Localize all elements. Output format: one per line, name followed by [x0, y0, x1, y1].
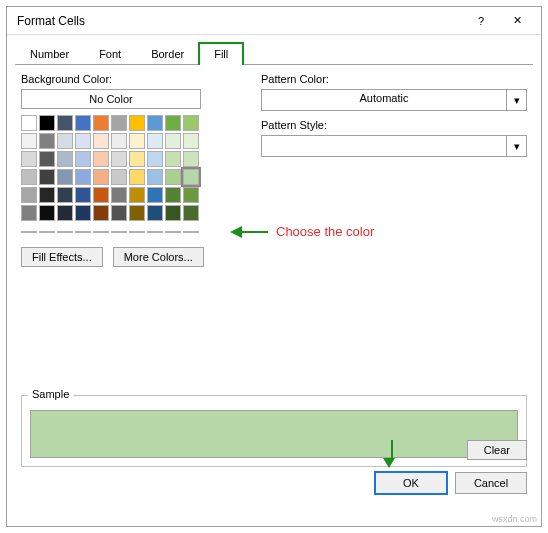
color-swatch[interactable]: [165, 115, 181, 131]
ok-button[interactable]: OK: [375, 472, 447, 494]
sample-preview: [30, 410, 518, 458]
color-swatch[interactable]: [57, 169, 73, 185]
color-swatch[interactable]: [111, 133, 127, 149]
close-button[interactable]: ✕: [499, 8, 535, 34]
tab-fill[interactable]: Fill: [199, 43, 243, 64]
color-swatch[interactable]: [183, 115, 199, 131]
sample-label: Sample: [28, 388, 73, 400]
help-icon: ?: [478, 15, 484, 27]
color-swatch[interactable]: [21, 231, 37, 233]
color-swatch[interactable]: [57, 231, 73, 233]
color-swatch[interactable]: [147, 151, 163, 167]
color-swatch[interactable]: [93, 187, 109, 203]
color-swatch[interactable]: [57, 187, 73, 203]
color-swatch[interactable]: [165, 151, 181, 167]
color-swatch[interactable]: [165, 205, 181, 221]
color-swatch[interactable]: [93, 151, 109, 167]
color-swatch[interactable]: [129, 231, 145, 233]
no-color-button[interactable]: No Color: [21, 89, 201, 109]
annotation-ok-arrow: [388, 440, 395, 468]
color-swatch[interactable]: [147, 115, 163, 131]
color-swatch[interactable]: [165, 231, 181, 233]
color-swatch[interactable]: [147, 133, 163, 149]
color-swatch[interactable]: [129, 151, 145, 167]
color-swatch[interactable]: [57, 133, 73, 149]
cancel-button[interactable]: Cancel: [455, 472, 527, 494]
color-swatch[interactable]: [129, 133, 145, 149]
pattern-color-value: Automatic: [262, 90, 506, 110]
clear-button[interactable]: Clear: [467, 440, 527, 460]
color-swatch[interactable]: [183, 205, 199, 221]
color-swatch[interactable]: [21, 187, 37, 203]
color-swatch[interactable]: [57, 205, 73, 221]
pattern-color-combo[interactable]: Automatic ▾: [261, 89, 527, 111]
tab-border[interactable]: Border: [136, 43, 199, 64]
color-swatch[interactable]: [165, 187, 181, 203]
color-swatch[interactable]: [75, 187, 91, 203]
color-swatch[interactable]: [165, 133, 181, 149]
pattern-style-value: [262, 136, 506, 156]
chevron-down-icon: ▾: [506, 136, 526, 156]
color-swatch[interactable]: [21, 205, 37, 221]
color-swatch[interactable]: [147, 187, 163, 203]
color-swatch[interactable]: [39, 231, 55, 233]
color-swatch[interactable]: [75, 169, 91, 185]
color-swatch[interactable]: [21, 151, 37, 167]
pattern-style-label: Pattern Style:: [261, 119, 527, 131]
color-swatch[interactable]: [111, 205, 127, 221]
tab-number[interactable]: Number: [15, 43, 84, 64]
color-swatch[interactable]: [147, 205, 163, 221]
tab-font[interactable]: Font: [84, 43, 136, 64]
color-swatch[interactable]: [93, 115, 109, 131]
color-swatch[interactable]: [111, 231, 127, 233]
color-swatch[interactable]: [93, 231, 109, 233]
color-swatch[interactable]: [111, 187, 127, 203]
color-swatch[interactable]: [111, 169, 127, 185]
color-swatch[interactable]: [129, 187, 145, 203]
color-swatch[interactable]: [39, 115, 55, 131]
fill-effects-button[interactable]: Fill Effects...: [21, 247, 103, 267]
color-swatch[interactable]: [183, 151, 199, 167]
color-swatch[interactable]: [75, 151, 91, 167]
more-colors-button[interactable]: More Colors...: [113, 247, 204, 267]
color-swatch[interactable]: [183, 133, 199, 149]
pattern-style-combo[interactable]: ▾: [261, 135, 527, 157]
color-swatch[interactable]: [147, 231, 163, 233]
color-swatch[interactable]: [129, 205, 145, 221]
color-swatch[interactable]: [111, 151, 127, 167]
color-swatch[interactable]: [93, 133, 109, 149]
color-swatch[interactable]: [93, 205, 109, 221]
standard-color-row: [21, 231, 231, 233]
color-swatch[interactable]: [39, 205, 55, 221]
color-swatch[interactable]: [75, 133, 91, 149]
color-swatch[interactable]: [75, 205, 91, 221]
color-swatch[interactable]: [57, 151, 73, 167]
chevron-down-icon: ▾: [506, 90, 526, 110]
color-swatch[interactable]: [165, 169, 181, 185]
color-swatch[interactable]: [129, 169, 145, 185]
color-swatch[interactable]: [39, 169, 55, 185]
color-swatch[interactable]: [183, 169, 199, 185]
color-swatch[interactable]: [183, 187, 199, 203]
color-swatch[interactable]: [75, 231, 91, 233]
color-swatch[interactable]: [21, 115, 37, 131]
color-swatch[interactable]: [75, 115, 91, 131]
color-swatch[interactable]: [111, 115, 127, 131]
bg-color-label: Background Color:: [21, 73, 231, 85]
color-swatch[interactable]: [57, 115, 73, 131]
color-swatch[interactable]: [183, 231, 199, 233]
color-swatch[interactable]: [39, 133, 55, 149]
color-swatch[interactable]: [39, 151, 55, 167]
color-swatch[interactable]: [147, 169, 163, 185]
color-swatch[interactable]: [21, 133, 37, 149]
pattern-color-label: Pattern Color:: [261, 73, 527, 85]
color-swatch[interactable]: [129, 115, 145, 131]
watermark: wsxdn.com: [492, 514, 537, 524]
tab-strip: Number Font Border Fill: [7, 35, 541, 64]
format-cells-dialog: Format Cells ? ✕ Number Font Border Fill…: [6, 6, 542, 527]
color-swatch[interactable]: [21, 169, 37, 185]
help-button[interactable]: ?: [463, 8, 499, 34]
color-swatch[interactable]: [39, 187, 55, 203]
color-swatch[interactable]: [93, 169, 109, 185]
tab-content: Background Color: No Color Fill Effects.…: [7, 65, 541, 504]
